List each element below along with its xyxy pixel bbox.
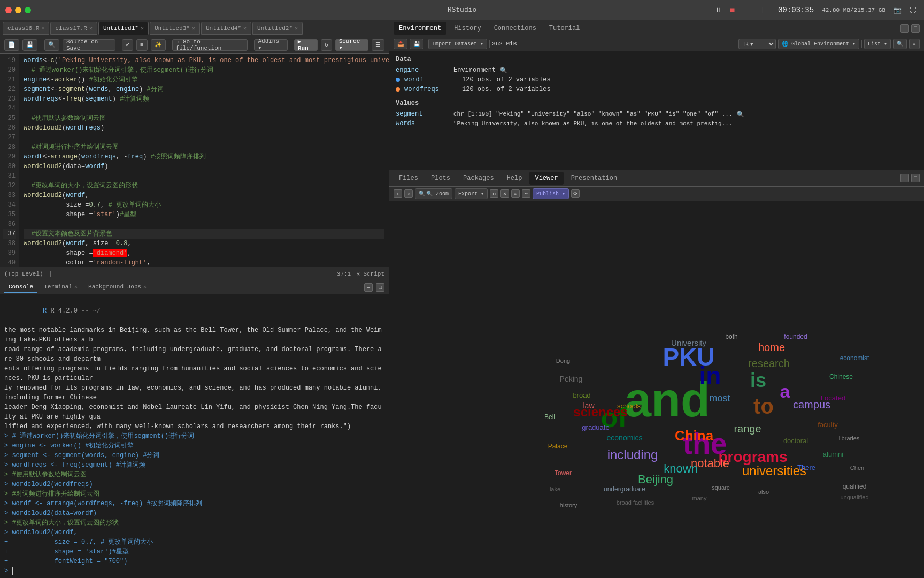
- source-button[interactable]: Source ▾: [335, 39, 368, 51]
- publish-button[interactable]: Publish ▾: [533, 188, 569, 199]
- source-on-save-button[interactable]: Source on Save: [63, 39, 116, 51]
- tab-tutorial[interactable]: Tutorial: [544, 22, 586, 35]
- find-button[interactable]: 🔍: [44, 39, 59, 51]
- console-maximize-button[interactable]: □: [376, 283, 384, 292]
- word-universities: universities: [742, 463, 806, 478]
- code-line: [24, 219, 384, 229]
- tab-environment[interactable]: Environment: [394, 22, 446, 35]
- console-tab-terminal[interactable]: Terminal ✕: [40, 282, 82, 293]
- viewer-minimize-button[interactable]: —: [900, 174, 909, 182]
- env-row-segment[interactable]: segment chr [1:190] "Peking" "University…: [389, 109, 924, 119]
- viewer-edit-button[interactable]: ✏: [511, 189, 520, 198]
- import-dataset-button[interactable]: Import Dataset ▾: [428, 39, 487, 49]
- tab-untitled2[interactable]: Untitled2* ✕: [252, 22, 303, 35]
- env-load-button[interactable]: 📥: [394, 39, 407, 49]
- word-qualified: qualified: [843, 483, 867, 490]
- tab-packages[interactable]: Packages: [458, 172, 499, 185]
- env-search-segment[interactable]: 🔍: [737, 111, 744, 118]
- tab-untitled1[interactable]: Untitled1* ✕: [98, 22, 149, 35]
- export-button[interactable]: Export ▾: [455, 188, 488, 199]
- env-row-wordf[interactable]: wordf 120 obs. of 2 variables: [389, 75, 924, 85]
- code-line: wordcloud2(wordf,: [24, 191, 384, 200]
- console-minimize-button[interactable]: —: [364, 283, 373, 292]
- word-bell: Bell: [544, 413, 555, 421]
- line-numbers: 19 20 21 22 23 24 25 26 27 28 29 30 31 3…: [0, 54, 19, 267]
- save-button[interactable]: 💾: [22, 39, 37, 51]
- pause-control[interactable]: ⏸: [715, 6, 721, 14]
- close-tab-untitled2[interactable]: ✕: [295, 25, 298, 32]
- close-tab-untitled4[interactable]: ✕: [243, 25, 247, 32]
- minimize-button[interactable]: [15, 7, 21, 13]
- env-row-engine[interactable]: engine Environment 🔍: [389, 65, 924, 75]
- wand-button[interactable]: ✨: [151, 39, 166, 51]
- stop-control[interactable]: ⏹: [729, 6, 736, 14]
- rerun-button[interactable]: ↻: [321, 39, 332, 51]
- tab-help[interactable]: Help: [502, 172, 528, 185]
- tab-viewer[interactable]: Viewer: [529, 172, 563, 185]
- close-tab-untitled3[interactable]: ✕: [192, 25, 195, 32]
- viewer-nav-button[interactable]: ⟳: [571, 189, 580, 198]
- tab-files[interactable]: Files: [394, 172, 424, 185]
- tab-class16[interactable]: class16.R ✕: [3, 22, 49, 35]
- word-chen: Chen: [850, 465, 864, 471]
- r-env-select[interactable]: R ▾: [738, 39, 776, 49]
- connections-tab-label: Connections: [494, 25, 536, 32]
- env-minimize-button[interactable]: —: [900, 24, 909, 33]
- word-china: China: [675, 428, 714, 444]
- tab-untitled3[interactable]: Untitled3* ✕: [150, 22, 200, 35]
- env-row-words[interactable]: words "Peking University, also known as …: [389, 119, 924, 128]
- environment-panel: Environment History Connections Tutorial…: [389, 20, 924, 170]
- tab-history[interactable]: History: [449, 22, 486, 35]
- global-env-select[interactable]: 🌐 Global Environment ▾: [778, 39, 859, 49]
- env-maximize-button[interactable]: □: [911, 24, 920, 33]
- new-file-button[interactable]: 📄: [4, 39, 19, 51]
- console-tab-console[interactable]: Console: [4, 282, 37, 293]
- code-format-button[interactable]: ≡: [136, 39, 148, 51]
- close-tab-class17[interactable]: ✕: [89, 25, 93, 32]
- run-button[interactable]: ▶ Run: [294, 39, 318, 51]
- tab-untitled4[interactable]: Untitled4* ✕: [201, 22, 251, 35]
- console-line: > wordfreqs <- freq(segment) #计算词频: [4, 460, 384, 470]
- env-search-icon-btn[interactable]: 🔍: [893, 39, 907, 49]
- close-button[interactable]: [5, 7, 12, 13]
- tab-plots[interactable]: Plots: [426, 172, 456, 185]
- code-editor[interactable]: 19 20 21 22 23 24 25 26 27 28 29 30 31 3…: [0, 54, 389, 267]
- expand-icon[interactable]: ⛶: [910, 6, 916, 14]
- viewer-forward-button[interactable]: ▷: [404, 189, 413, 198]
- close-tab-class16[interactable]: ✕: [41, 25, 44, 32]
- env-search-engine[interactable]: 🔍: [500, 67, 507, 74]
- env-edit-button[interactable]: ✏: [909, 39, 920, 49]
- tab-class17[interactable]: class17.R ✕: [50, 22, 97, 35]
- word-libraries: libraries: [839, 435, 860, 442]
- viewer-clear-button[interactable]: ✕: [500, 189, 509, 198]
- tab-presentation[interactable]: Presentation: [566, 172, 622, 185]
- console-content[interactable]: R R 4.2.0 -- ~/ the most notable landmar…: [0, 294, 389, 578]
- goto-file-button[interactable]: → Go to file/function: [172, 39, 248, 51]
- addins-button[interactable]: Addins ▾: [254, 39, 287, 51]
- viewer-options-button[interactable]: ⋯: [522, 189, 530, 198]
- camera-icon[interactable]: 📷: [894, 6, 902, 14]
- console-tab-background[interactable]: Background Jobs ✕: [84, 282, 151, 293]
- viewer-refresh-button[interactable]: ↻: [490, 189, 498, 198]
- env-save-button[interactable]: 💾: [410, 39, 424, 49]
- minimize-control[interactable]: —: [744, 6, 748, 14]
- close-background-tab[interactable]: ✕: [143, 284, 147, 290]
- word-lake: lake: [550, 486, 560, 492]
- viewer-panel: Files Plots Packages Help Viewer Present…: [389, 170, 924, 578]
- env-row-wordfreqs[interactable]: wordfreqs 120 obs. of 2 variables: [389, 85, 924, 94]
- close-tab-untitled1[interactable]: ✕: [141, 25, 144, 32]
- code-content[interactable]: words <- c('Peking University, also know…: [19, 54, 389, 267]
- viewer-panel-tabs: Files Plots Packages Help Viewer Present…: [389, 170, 924, 186]
- maximize-button[interactable]: [25, 7, 31, 13]
- spell-check-button[interactable]: ✔: [122, 39, 133, 51]
- tab-connections[interactable]: Connections: [489, 22, 542, 35]
- list-view-button[interactable]: List ▾: [864, 39, 891, 49]
- env-value-segment: chr [1:190] "Peking" "University" "also"…: [453, 111, 733, 117]
- zoom-icon: 🔍: [419, 191, 425, 197]
- viewer-back-button[interactable]: ◁: [394, 189, 402, 198]
- editor-options-button[interactable]: ☰: [372, 39, 384, 51]
- viewer-maximize-button[interactable]: □: [911, 174, 920, 182]
- close-terminal-tab[interactable]: ✕: [74, 284, 78, 290]
- zoom-button[interactable]: 🔍 🔍 Zoom: [415, 188, 452, 199]
- word-tower: Tower: [555, 469, 572, 477]
